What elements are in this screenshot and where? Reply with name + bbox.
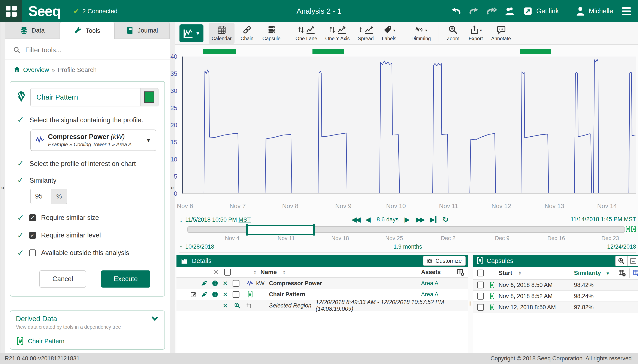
info-icon[interactable]	[210, 280, 220, 286]
sort-start-icon[interactable]: ▲▼	[518, 271, 521, 275]
worksheet-title[interactable]: Analysis 2 - 1	[296, 7, 342, 16]
sort-name-icon[interactable]: ▲▼	[283, 270, 286, 274]
zoom-to-capsule-button[interactable]	[615, 256, 627, 266]
dimming-button[interactable]: ▾ Dimming	[408, 23, 434, 44]
row-checkbox[interactable]	[477, 282, 484, 288]
connection-status[interactable]: ✔ 2 Connected	[73, 7, 118, 16]
investigate-duration[interactable]: 1.9 months	[394, 244, 422, 250]
trend-plot[interactable]	[182, 56, 636, 194]
range-end-control[interactable]: 11/14/2018 1:45 PM MST	[570, 216, 636, 223]
zoom-to-region-icon[interactable]	[232, 302, 242, 309]
panel-resize-grip[interactable]: ‖	[468, 255, 473, 353]
capsule-indicator-bar[interactable]	[520, 49, 551, 54]
details-row-compressor-power[interactable]: ✕ kW Compressor Power Area A	[176, 278, 468, 289]
redo-icon[interactable]	[469, 6, 479, 16]
asset-link[interactable]: Area A	[421, 291, 438, 298]
spread-button[interactable]: Spread	[355, 23, 377, 44]
investigate-end-date[interactable]: 12/24/2018	[607, 244, 636, 250]
details-row-chair-pattern[interactable]: ✕ Chair Pattern Area A	[176, 289, 468, 300]
rocket-icon[interactable]	[200, 291, 209, 298]
row-checkbox[interactable]	[477, 293, 484, 300]
investigate-start-control[interactable]: ↑ 10/28/2018	[180, 244, 214, 251]
range-start-control[interactable]: ↓ 11/5/2018 10:50 PM MST	[180, 216, 251, 223]
home-icon[interactable]	[13, 66, 20, 74]
sort-type-icon[interactable]: ▲▼	[254, 270, 256, 274]
remove-icon[interactable]: ✕	[222, 302, 228, 310]
info-icon[interactable]	[210, 291, 220, 298]
forward-history-icon[interactable]	[487, 6, 497, 16]
range-end-timezone[interactable]: MST	[624, 216, 636, 222]
row-checkbox[interactable]	[477, 304, 484, 311]
collapse-capsules-button[interactable]: –	[627, 256, 638, 266]
similarity-input[interactable]	[30, 189, 52, 204]
remove-all-icon[interactable]: ✕	[213, 268, 219, 276]
chevron-down-icon[interactable]	[151, 316, 158, 322]
overview-slider-track[interactable]	[188, 226, 625, 233]
asset-link[interactable]: Area A	[421, 280, 438, 287]
view-mode-button[interactable]: ▼	[180, 24, 204, 42]
range-start-timezone[interactable]: MST	[238, 216, 251, 223]
range-duration[interactable]: 8.6 days	[377, 216, 398, 223]
capsule-row[interactable]: Nov 6, 2018 8:50 AM 98.42%	[473, 280, 638, 291]
filter-tools-input[interactable]	[25, 46, 154, 54]
sort-desc-icon[interactable]: ▼	[606, 271, 610, 276]
zoom-button[interactable]: Zoom	[443, 23, 463, 44]
page-forward-button[interactable]: ▶	[404, 216, 410, 223]
page-far-forward-button[interactable]: ▶▶	[416, 216, 424, 223]
start-column-header[interactable]: Start	[498, 270, 512, 276]
require-similar-level-checkbox[interactable]: ✓	[29, 232, 36, 239]
tab-journal[interactable]: Journal	[115, 22, 170, 39]
derived-chair-pattern-link[interactable]: Chair Pattern	[28, 338, 64, 345]
crop-icon[interactable]	[244, 302, 254, 309]
breadcrumb-overview-link[interactable]: Overview	[23, 66, 49, 74]
details-row-selected-region[interactable]: ✕ Selected Region 12/20/2018 8:49:33 AM …	[176, 300, 468, 311]
tab-tools[interactable]: Tools	[60, 22, 115, 39]
tab-data[interactable]: Data	[5, 22, 60, 39]
select-all-checkbox[interactable]	[477, 270, 484, 276]
labels-button[interactable]: ▾ Labels	[379, 23, 400, 44]
chain-button[interactable]: Chain	[237, 23, 257, 44]
tool-name-input[interactable]	[30, 88, 140, 106]
add-stat-column-icon[interactable]	[633, 269, 638, 277]
undo-icon[interactable]	[451, 6, 461, 16]
capsule-indicator-bar[interactable]	[203, 49, 236, 54]
selector-right-handle[interactable]	[313, 224, 315, 236]
range-start-datetime[interactable]: 11/5/2018 10:50 PM	[185, 216, 237, 223]
hamburger-menu-icon[interactable]	[621, 6, 632, 16]
edit-icon[interactable]	[189, 291, 198, 298]
expand-left-panel-handle[interactable]: »	[0, 22, 5, 353]
annotate-button[interactable]: Annotate	[488, 23, 514, 44]
signal-select-dropdown[interactable]: Compressor Power (kW) Example » Cooling …	[30, 130, 156, 151]
row-checkbox[interactable]	[232, 280, 240, 287]
refresh-icon[interactable]: ↻	[442, 215, 449, 224]
assets-column-header[interactable]: Assets	[421, 269, 441, 276]
range-end-datetime[interactable]: 11/14/2018 1:45 PM	[570, 216, 622, 222]
calendar-button[interactable]: Calendar	[208, 23, 234, 44]
remove-icon[interactable]: ✕	[222, 291, 228, 298]
get-link-button[interactable]: Get link	[523, 6, 559, 16]
user-menu[interactable]: Michelle	[576, 6, 613, 16]
capsule-indicator-bar[interactable]	[312, 49, 344, 54]
page-far-back-button[interactable]: ◀◀	[352, 216, 359, 223]
color-picker-button[interactable]	[140, 88, 158, 106]
add-column-icon[interactable]	[618, 269, 626, 277]
customize-button[interactable]: Customize	[423, 256, 466, 266]
export-button[interactable]: ▾ Export	[466, 23, 486, 44]
capsule-row[interactable]: Nov 8, 2018 8:52 AM 98.24%	[473, 291, 638, 302]
page-back-button[interactable]: ◀	[365, 216, 371, 223]
remove-icon[interactable]: ✕	[222, 280, 228, 287]
one-y-axis-button[interactable]: One Y-Axis	[322, 23, 353, 44]
execute-button[interactable]: Execute	[101, 270, 150, 288]
investigate-start-date[interactable]: 10/28/2018	[185, 244, 214, 251]
selector-left-handle[interactable]	[246, 224, 248, 236]
cancel-button[interactable]: Cancel	[40, 270, 86, 288]
require-similar-size-checkbox[interactable]: ✓	[29, 214, 36, 221]
name-column-header[interactable]: Name	[260, 269, 277, 276]
row-checkbox[interactable]	[232, 291, 240, 298]
app-grid-button[interactable]	[0, 0, 22, 22]
add-column-icon[interactable]	[457, 269, 464, 276]
capsule-button[interactable]: Capsule	[259, 23, 283, 44]
page-to-now-button[interactable]: ▶	[430, 216, 437, 223]
similarity-column-header[interactable]: Similarity	[574, 270, 601, 276]
derived-data-header[interactable]: Derived Data View data created by tools …	[10, 311, 164, 334]
